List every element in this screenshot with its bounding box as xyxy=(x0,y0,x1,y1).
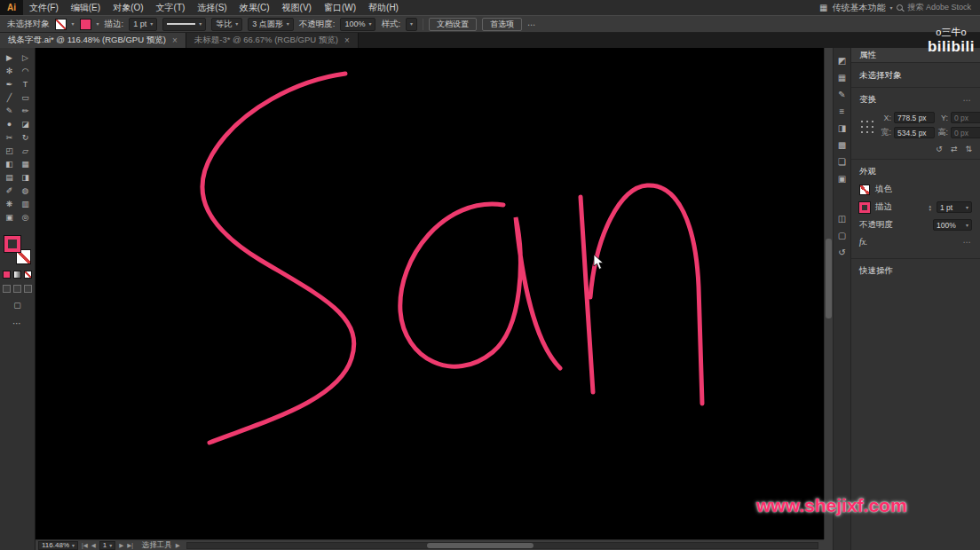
tool-selection[interactable]: ▶ xyxy=(2,51,18,64)
horizontal-scrollbar-thumb[interactable] xyxy=(427,543,533,548)
stroke-weight-input[interactable]: 1 pt ▾ xyxy=(937,201,972,213)
properties-panel-tab[interactable]: 属性 xyxy=(851,48,980,63)
panel-icon-swatches[interactable]: ▦ xyxy=(834,69,850,86)
height-input[interactable]: 0 px xyxy=(951,127,980,138)
tool-type[interactable]: T xyxy=(18,77,34,90)
workspace-grid-icon[interactable]: ▦ xyxy=(819,3,827,12)
vertical-scrollbar-thumb[interactable] xyxy=(826,239,832,318)
tool-rotate[interactable]: ↻ xyxy=(18,130,34,144)
next-artboard-button[interactable]: ▶ xyxy=(119,542,123,549)
fill-chip[interactable] xyxy=(859,185,870,195)
menu-edit[interactable]: 编辑(E) xyxy=(65,0,107,15)
horizontal-scrollbar[interactable] xyxy=(186,542,818,549)
color-button[interactable] xyxy=(3,271,11,279)
stroke-swatch[interactable] xyxy=(4,236,20,252)
workspace-switcher[interactable]: 传统基本功能 xyxy=(832,2,885,14)
chevron-down-icon[interactable]: ▾ xyxy=(97,21,99,27)
screen-mode-button[interactable]: ▢ xyxy=(13,301,21,310)
first-artboard-button[interactable]: |◀ xyxy=(82,542,88,549)
flip-vertical-icon[interactable]: ⇅ xyxy=(965,145,972,153)
stock-search[interactable]: 搜索 Adobe Stock xyxy=(907,2,971,13)
tool-gradient[interactable]: ◨ xyxy=(18,170,34,184)
none-button[interactable] xyxy=(24,271,32,279)
prev-artboard-button[interactable]: ◀ xyxy=(91,542,96,549)
chevron-down-icon[interactable]: ▾ xyxy=(72,21,75,27)
edit-toolbar-button[interactable]: ⋯ xyxy=(12,318,22,328)
tool-line-segment[interactable]: ╱ xyxy=(2,90,18,104)
document-setup-button[interactable]: 文档设置 xyxy=(429,18,477,31)
gradient-button[interactable] xyxy=(13,271,21,279)
tool-perspective-grid[interactable]: ▦ xyxy=(18,157,34,170)
artboard-number-select[interactable]: 1 ▾ xyxy=(99,541,115,550)
status-expand-icon[interactable]: ▶ xyxy=(176,542,180,549)
y-input[interactable]: 0 px xyxy=(951,112,980,123)
draw-normal-button[interactable] xyxy=(3,285,11,293)
rotate-icon[interactable]: ↺ xyxy=(936,145,943,153)
menu-view[interactable]: 视图(V) xyxy=(276,0,318,15)
tool-scale[interactable]: ◰ xyxy=(2,144,18,157)
tool-zoom[interactable]: ◎ xyxy=(18,210,34,224)
graphic-style-select[interactable]: ▾ xyxy=(406,18,417,31)
panel-icon-layers[interactable]: ❏ xyxy=(834,153,850,170)
close-icon[interactable]: × xyxy=(344,35,350,45)
stroke-weight-select[interactable]: 1 pt ▾ xyxy=(129,18,157,31)
profile-select[interactable]: 等比 ▾ xyxy=(211,18,242,31)
menu-type[interactable]: 文字(T) xyxy=(150,0,192,15)
panel-icon-color[interactable]: ◩ xyxy=(834,52,850,69)
more-options-icon[interactable]: ⋯ xyxy=(963,95,973,105)
menu-file[interactable]: 文件(F) xyxy=(23,0,65,15)
draw-behind-button[interactable] xyxy=(13,285,21,293)
stroke-weight-stepper[interactable]: ▴ ▾ xyxy=(929,204,931,211)
draw-inside-button[interactable] xyxy=(24,285,32,293)
tool-lasso[interactable]: ◠ xyxy=(18,64,34,77)
panel-icon-links[interactable]: ▢ xyxy=(834,227,850,244)
tool-pencil[interactable]: ✏ xyxy=(18,104,34,117)
stroke-chip[interactable] xyxy=(859,202,870,213)
close-icon[interactable]: × xyxy=(172,35,178,45)
tool-artboard[interactable]: ▣ xyxy=(2,210,18,224)
tool-rectangle[interactable]: ▭ xyxy=(18,90,34,104)
brush-definition-select[interactable]: 3 点圆形 ▾ xyxy=(248,18,294,31)
tool-scissors[interactable]: ✂ xyxy=(2,130,18,144)
panel-icon-brushes[interactable]: ✎ xyxy=(834,86,850,103)
menu-select[interactable]: 选择(S) xyxy=(191,0,233,15)
menu-help[interactable]: 帮助(H) xyxy=(362,0,405,15)
panel-opacity-input[interactable]: 100% ▾ xyxy=(933,219,972,231)
panel-icon-libraries[interactable]: ◫ xyxy=(834,210,850,227)
preferences-button[interactable]: 首选项 xyxy=(482,18,522,31)
tool-graph[interactable]: ▥ xyxy=(18,197,34,210)
tool-eyedropper[interactable]: ✐ xyxy=(2,184,18,197)
tool-mesh[interactable]: ▤ xyxy=(2,170,18,184)
tool-direct-selection[interactable]: ▷ xyxy=(18,51,34,64)
tool-free-transform[interactable]: ▱ xyxy=(18,144,34,157)
effects-button[interactable]: fx. xyxy=(859,238,867,247)
app-logo[interactable]: Ai xyxy=(0,0,23,15)
document-tab-inactive[interactable]: 未标题-3* @ 66.67% (RGB/GPU 预览) × xyxy=(186,33,359,48)
x-input[interactable]: 778.5 px xyxy=(894,112,935,123)
reference-point-selector[interactable] xyxy=(859,119,875,135)
opacity-select[interactable]: 100% ▾ xyxy=(340,18,375,31)
tool-paintbrush[interactable]: ✎ xyxy=(2,104,18,117)
tool-pen[interactable]: ✒ xyxy=(2,77,18,90)
fill-color-swatch[interactable] xyxy=(55,19,67,30)
tool-symbol-sprayer[interactable]: ❋ xyxy=(2,197,18,210)
tool-eraser[interactable]: ◪ xyxy=(18,117,34,130)
flip-horizontal-icon[interactable]: ⇄ xyxy=(951,145,958,153)
panel-icon-gradient[interactable]: ◨ xyxy=(834,120,850,137)
panel-icon-artboards[interactable]: ▣ xyxy=(834,170,850,187)
menu-object[interactable]: 对象(O) xyxy=(107,0,149,15)
last-artboard-button[interactable]: ▶| xyxy=(127,542,133,549)
tool-magic-wand[interactable]: ✻ xyxy=(2,64,18,77)
tool-blob-brush[interactable]: ● xyxy=(2,117,18,130)
width-input[interactable]: 534.5 px xyxy=(894,127,935,138)
menu-effect[interactable]: 效果(C) xyxy=(233,0,276,15)
panel-icon-stroke[interactable]: ≡ xyxy=(834,103,850,120)
menu-window[interactable]: 窗口(W) xyxy=(318,0,362,15)
stroke-color-swatch[interactable] xyxy=(80,19,91,30)
document-tab-active[interactable]: 线条字母.ai* @ 116.48% (RGB/GPU 预览) × xyxy=(0,33,186,48)
stroke-letter-n-right[interactable] xyxy=(590,185,702,404)
tool-blend[interactable]: ◍ xyxy=(18,184,34,197)
more-options-icon[interactable]: ⋯ xyxy=(963,237,973,247)
stroke-letter-a[interactable] xyxy=(400,204,560,368)
zoom-level-select[interactable]: 116.48% ▾ xyxy=(38,541,78,550)
